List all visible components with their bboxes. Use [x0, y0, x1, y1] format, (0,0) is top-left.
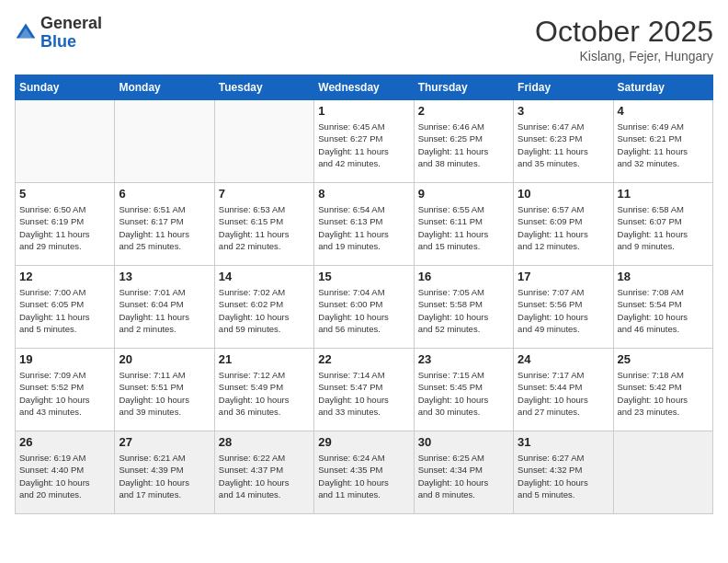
day-number: 2 — [418, 104, 509, 118]
calendar-cell: 15Sunrise: 7:04 AM Sunset: 6:00 PM Dayli… — [314, 266, 414, 349]
calendar-cell — [16, 100, 115, 183]
day-number: 26 — [19, 435, 110, 449]
day-number: 14 — [219, 270, 310, 283]
day-number: 28 — [219, 435, 310, 449]
day-info: Sunrise: 6:51 AM Sunset: 6:17 PM Dayligh… — [119, 203, 210, 252]
day-info: Sunrise: 7:18 AM Sunset: 5:42 PM Dayligh… — [618, 369, 709, 418]
calendar-cell: 19Sunrise: 7:09 AM Sunset: 5:52 PM Dayli… — [16, 349, 115, 431]
day-info: Sunrise: 6:46 AM Sunset: 6:25 PM Dayligh… — [418, 121, 509, 169]
day-info: Sunrise: 7:14 AM Sunset: 5:47 PM Dayligh… — [318, 369, 409, 418]
day-info: Sunrise: 6:53 AM Sunset: 6:15 PM Dayligh… — [219, 203, 310, 252]
day-number: 3 — [518, 104, 609, 118]
day-info: Sunrise: 7:00 AM Sunset: 6:05 PM Dayligh… — [19, 286, 110, 335]
day-info: Sunrise: 6:54 AM Sunset: 6:13 PM Dayligh… — [318, 203, 409, 252]
day-info: Sunrise: 6:57 AM Sunset: 6:09 PM Dayligh… — [518, 203, 609, 252]
day-number: 18 — [618, 270, 709, 283]
calendar-cell: 20Sunrise: 7:11 AM Sunset: 5:51 PM Dayli… — [115, 349, 214, 431]
calendar-cell: 30Sunrise: 6:25 AM Sunset: 4:34 PM Dayli… — [414, 431, 513, 514]
day-header-friday: Friday — [514, 75, 613, 100]
day-info: Sunrise: 6:49 AM Sunset: 6:21 PM Dayligh… — [618, 121, 709, 169]
day-info: Sunrise: 6:58 AM Sunset: 6:07 PM Dayligh… — [618, 203, 709, 252]
day-number: 22 — [318, 352, 409, 366]
day-info: Sunrise: 6:55 AM Sunset: 6:11 PM Dayligh… — [418, 203, 509, 252]
calendar-cell: 18Sunrise: 7:08 AM Sunset: 5:54 PM Dayli… — [613, 266, 712, 349]
day-number: 1 — [318, 104, 409, 118]
day-info: Sunrise: 7:09 AM Sunset: 5:52 PM Dayligh… — [19, 369, 110, 418]
day-info: Sunrise: 6:24 AM Sunset: 4:35 PM Dayligh… — [318, 452, 409, 500]
days-header-row: SundayMondayTuesdayWednesdayThursdayFrid… — [16, 75, 713, 100]
day-number: 10 — [518, 187, 609, 201]
calendar-cell: 31Sunrise: 6:27 AM Sunset: 4:32 PM Dayli… — [514, 431, 613, 514]
day-info: Sunrise: 6:22 AM Sunset: 4:37 PM Dayligh… — [219, 452, 310, 500]
calendar-cell: 25Sunrise: 7:18 AM Sunset: 5:42 PM Dayli… — [613, 349, 712, 431]
calendar-table: SundayMondayTuesdayWednesdayThursdayFrid… — [15, 75, 713, 514]
day-number: 6 — [119, 187, 210, 201]
location: Kislang, Fejer, Hungary — [535, 49, 713, 63]
title-block: October 2025 Kislang, Fejer, Hungary — [535, 15, 713, 63]
day-number: 15 — [318, 270, 409, 283]
calendar-cell: 1Sunrise: 6:45 AM Sunset: 6:27 PM Daylig… — [314, 100, 414, 183]
week-row-2: 5Sunrise: 6:50 AM Sunset: 6:19 PM Daylig… — [16, 183, 713, 266]
calendar-cell: 11Sunrise: 6:58 AM Sunset: 6:07 PM Dayli… — [613, 183, 712, 266]
day-header-wednesday: Wednesday — [314, 75, 414, 100]
calendar-cell: 23Sunrise: 7:15 AM Sunset: 5:45 PM Dayli… — [414, 349, 513, 431]
logo-general-text: General — [40, 14, 102, 32]
calendar-cell: 3Sunrise: 6:47 AM Sunset: 6:23 PM Daylig… — [514, 100, 613, 183]
calendar-cell: 12Sunrise: 7:00 AM Sunset: 6:05 PM Dayli… — [16, 266, 115, 349]
calendar-cell: 24Sunrise: 7:17 AM Sunset: 5:44 PM Dayli… — [514, 349, 613, 431]
day-info: Sunrise: 6:45 AM Sunset: 6:27 PM Dayligh… — [318, 121, 409, 169]
day-number: 4 — [618, 104, 709, 118]
day-number: 20 — [119, 352, 210, 366]
day-number: 5 — [19, 187, 110, 201]
calendar-cell: 22Sunrise: 7:14 AM Sunset: 5:47 PM Dayli… — [314, 349, 414, 431]
day-number: 7 — [219, 187, 310, 201]
day-header-monday: Monday — [115, 75, 214, 100]
calendar-cell: 17Sunrise: 7:07 AM Sunset: 5:56 PM Dayli… — [514, 266, 613, 349]
logo-icon — [15, 22, 37, 44]
day-number: 9 — [418, 187, 509, 201]
calendar-cell: 26Sunrise: 6:19 AM Sunset: 4:40 PM Dayli… — [16, 431, 115, 514]
day-info: Sunrise: 7:11 AM Sunset: 5:51 PM Dayligh… — [119, 369, 210, 418]
calendar-cell: 13Sunrise: 7:01 AM Sunset: 6:04 PM Dayli… — [115, 266, 214, 349]
day-number: 11 — [618, 187, 709, 201]
day-info: Sunrise: 7:12 AM Sunset: 5:49 PM Dayligh… — [219, 369, 310, 418]
logo: General Blue — [15, 15, 102, 52]
calendar-cell: 29Sunrise: 6:24 AM Sunset: 4:35 PM Dayli… — [314, 431, 414, 514]
day-number: 29 — [318, 435, 409, 449]
day-info: Sunrise: 6:19 AM Sunset: 4:40 PM Dayligh… — [19, 452, 110, 500]
day-number: 27 — [119, 435, 210, 449]
day-number: 31 — [518, 435, 609, 449]
week-row-4: 19Sunrise: 7:09 AM Sunset: 5:52 PM Dayli… — [16, 349, 713, 431]
calendar-cell: 6Sunrise: 6:51 AM Sunset: 6:17 PM Daylig… — [115, 183, 214, 266]
day-info: Sunrise: 6:50 AM Sunset: 6:19 PM Dayligh… — [19, 203, 110, 252]
calendar-cell: 9Sunrise: 6:55 AM Sunset: 6:11 PM Daylig… — [414, 183, 513, 266]
day-info: Sunrise: 7:17 AM Sunset: 5:44 PM Dayligh… — [518, 369, 609, 418]
day-info: Sunrise: 7:07 AM Sunset: 5:56 PM Dayligh… — [518, 286, 609, 335]
day-info: Sunrise: 6:47 AM Sunset: 6:23 PM Dayligh… — [518, 121, 609, 169]
day-info: Sunrise: 6:27 AM Sunset: 4:32 PM Dayligh… — [518, 452, 609, 500]
calendar-cell: 5Sunrise: 6:50 AM Sunset: 6:19 PM Daylig… — [16, 183, 115, 266]
day-number: 16 — [418, 270, 509, 283]
calendar-cell — [115, 100, 214, 183]
logo-text: General Blue — [40, 15, 102, 52]
day-header-tuesday: Tuesday — [214, 75, 313, 100]
calendar-cell: 2Sunrise: 6:46 AM Sunset: 6:25 PM Daylig… — [414, 100, 513, 183]
calendar-cell: 4Sunrise: 6:49 AM Sunset: 6:21 PM Daylig… — [613, 100, 712, 183]
day-header-sunday: Sunday — [16, 75, 115, 100]
calendar-cell: 10Sunrise: 6:57 AM Sunset: 6:09 PM Dayli… — [514, 183, 613, 266]
page-header: General Blue October 2025 Kislang, Fejer… — [15, 15, 713, 63]
calendar-cell: 8Sunrise: 6:54 AM Sunset: 6:13 PM Daylig… — [314, 183, 414, 266]
day-number: 8 — [318, 187, 409, 201]
day-info: Sunrise: 7:08 AM Sunset: 5:54 PM Dayligh… — [618, 286, 709, 335]
day-number: 30 — [418, 435, 509, 449]
day-info: Sunrise: 7:01 AM Sunset: 6:04 PM Dayligh… — [119, 286, 210, 335]
day-info: Sunrise: 7:02 AM Sunset: 6:02 PM Dayligh… — [219, 286, 310, 335]
day-number: 25 — [618, 352, 709, 366]
logo-blue-text: Blue — [40, 32, 76, 51]
day-header-thursday: Thursday — [414, 75, 513, 100]
week-row-5: 26Sunrise: 6:19 AM Sunset: 4:40 PM Dayli… — [16, 431, 713, 514]
day-number: 19 — [19, 352, 110, 366]
day-info: Sunrise: 7:05 AM Sunset: 5:58 PM Dayligh… — [418, 286, 509, 335]
day-number: 12 — [19, 270, 110, 283]
day-info: Sunrise: 6:25 AM Sunset: 4:34 PM Dayligh… — [418, 452, 509, 500]
